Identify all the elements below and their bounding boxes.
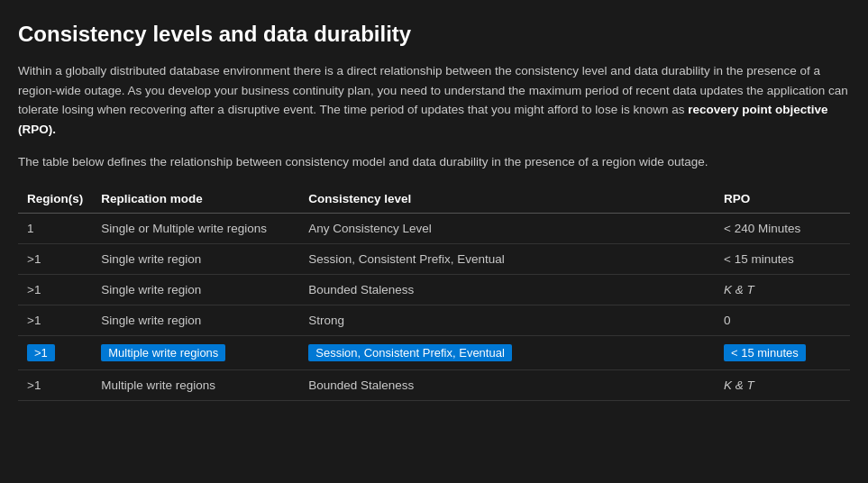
cell-consistency: Bounded Staleness <box>299 274 715 305</box>
header-consistency: Consistency level <box>299 185 715 214</box>
table-description: The table below defines the relationship… <box>18 153 850 171</box>
consistency-badge: Session, Consistent Prefix, Eventual <box>308 344 512 361</box>
cell-rpo: K & T <box>715 274 850 305</box>
table-header-row: Region(s) Replication mode Consistency l… <box>18 185 850 214</box>
cell-region: >1 <box>18 243 92 274</box>
cell-replication: Single or Multiple write regions <box>92 213 299 243</box>
cell-region: >1 <box>18 305 92 335</box>
cell-rpo: 0 <box>715 305 850 335</box>
cell-rpo: < 15 minutes <box>715 335 850 369</box>
cell-replication: Multiple write regions <box>92 369 299 400</box>
cell-region: 1 <box>18 213 92 243</box>
cell-region: >1 <box>18 274 92 305</box>
durability-table: Region(s) Replication mode Consistency l… <box>18 185 850 401</box>
table-row: 1Single or Multiple write regionsAny Con… <box>18 213 850 243</box>
replication-badge: Multiple write regions <box>101 344 225 361</box>
cell-replication: Multiple write regions <box>92 335 299 369</box>
rpo-italic: K & T <box>724 378 754 392</box>
rpo-badge: < 15 minutes <box>724 344 806 361</box>
rpo-italic: K & T <box>724 283 754 296</box>
cell-replication: Single write region <box>92 243 299 274</box>
intro-paragraph: Within a globally distributed database e… <box>18 61 850 139</box>
table-row: >1Multiple write regionsSession, Consist… <box>18 335 850 369</box>
cell-consistency: Session, Consistent Prefix, Eventual <box>299 335 715 369</box>
header-region: Region(s) <box>18 185 92 214</box>
cell-rpo: < 15 minutes <box>715 243 850 274</box>
header-rpo: RPO <box>715 185 850 214</box>
header-replication: Replication mode <box>92 185 299 214</box>
cell-rpo: K & T <box>715 369 850 400</box>
cell-region: >1 <box>18 369 92 400</box>
cell-replication: Single write region <box>92 274 299 305</box>
cell-consistency: Any Consistency Level <box>299 213 715 243</box>
cell-rpo: < 240 Minutes <box>715 213 850 243</box>
region-badge: >1 <box>27 344 55 361</box>
table-row: >1Multiple write regionsBounded Stalenes… <box>18 369 850 400</box>
cell-consistency: Strong <box>299 305 715 335</box>
table-row: >1Single write regionSession, Consistent… <box>18 243 850 274</box>
table-row: >1Single write regionStrong0 <box>18 305 850 335</box>
cell-replication: Single write region <box>92 305 299 335</box>
cell-consistency: Bounded Staleness <box>299 369 715 400</box>
page-title: Consistency levels and data durability <box>18 22 850 47</box>
cell-region: >1 <box>18 335 92 369</box>
cell-consistency: Session, Consistent Prefix, Eventual <box>299 243 715 274</box>
table-row: >1Single write regionBounded StalenessK … <box>18 274 850 305</box>
